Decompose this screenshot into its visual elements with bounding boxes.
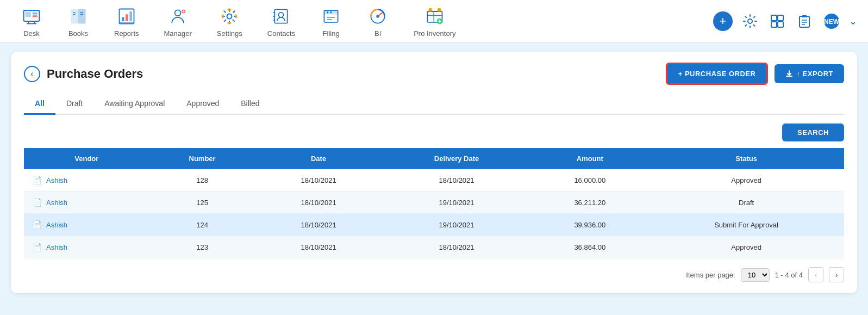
- nav-books[interactable]: Books: [58, 1, 99, 42]
- svg-rect-1: [26, 12, 30, 16]
- back-button[interactable]: ‹: [24, 66, 40, 82]
- delivery-date-cell: 18/10/2021: [382, 236, 532, 258]
- contacts-label: Contacts: [267, 29, 295, 38]
- svg-rect-14: [122, 17, 124, 21]
- status-cell: Approved: [648, 169, 844, 192]
- vendor-cell[interactable]: 📄 Ashish: [24, 192, 149, 214]
- purchase-order-button[interactable]: + PURCHASE ORDER: [666, 63, 769, 85]
- date-cell: 18/10/2021: [255, 169, 382, 192]
- search-button[interactable]: SEARCH: [782, 123, 844, 141]
- bi-icon: [367, 5, 389, 27]
- svg-rect-15: [126, 14, 128, 21]
- svg-rect-55: [802, 15, 807, 17]
- date-cell: 18/10/2021: [255, 236, 382, 258]
- desk-label: Desk: [23, 29, 40, 38]
- tab-approved[interactable]: Approved: [176, 94, 230, 115]
- svg-rect-2: [33, 12, 38, 14]
- prev-page-button[interactable]: ‹: [808, 267, 823, 282]
- tab-awaiting-approval[interactable]: Awaiting Approval: [93, 94, 176, 115]
- vendor-cell[interactable]: 📄 Ashish: [24, 214, 149, 236]
- amount-cell: 36,864.00: [531, 236, 648, 258]
- svg-rect-24: [228, 21, 232, 24]
- nav-bi[interactable]: BI: [357, 1, 398, 42]
- svg-rect-7: [71, 9, 77, 23]
- nav-filing[interactable]: Filing: [310, 1, 352, 42]
- nav-settings[interactable]: Settings: [207, 1, 252, 42]
- vendor-name: Ashish: [46, 176, 67, 184]
- nav-manager[interactable]: Manager: [154, 1, 202, 42]
- add-button[interactable]: +: [713, 11, 733, 31]
- svg-rect-45: [438, 8, 440, 11]
- svg-point-34: [327, 11, 329, 14]
- col-vendor: Vendor: [24, 148, 149, 169]
- vendor-cell[interactable]: 📄 Ashish: [24, 169, 149, 192]
- table-row[interactable]: 📄 Ashish 124 18/10/2021 19/10/2021 39,93…: [24, 214, 844, 236]
- table-row[interactable]: 📄 Ashish 125 18/10/2021 19/10/2021 36,21…: [24, 192, 844, 214]
- items-per-page-select[interactable]: 10 25 50: [741, 268, 770, 282]
- nav-pro-inventory[interactable]: Pro Inventory: [404, 1, 465, 42]
- table-row[interactable]: 📄 Ashish 128 18/10/2021 18/10/2021 16,00…: [24, 169, 844, 192]
- svg-rect-50: [771, 15, 777, 21]
- number-cell: 125: [149, 192, 255, 214]
- tab-billed[interactable]: Billed: [230, 94, 270, 115]
- chevron-down-icon[interactable]: ⌄: [849, 15, 857, 27]
- status-cell: Submit For Approval: [648, 214, 844, 236]
- svg-text:NEW: NEW: [824, 18, 840, 26]
- delivery-date-cell: 19/10/2021: [382, 192, 532, 214]
- delivery-date-cell: 18/10/2021: [382, 169, 532, 192]
- nav-contacts[interactable]: Contacts: [258, 1, 305, 42]
- export-label: ↑ EXPORT: [796, 70, 833, 78]
- amount-cell: 36,211.20: [531, 192, 648, 214]
- vendor-icon: 📄: [33, 243, 42, 251]
- nav-reports[interactable]: Reports: [104, 1, 149, 42]
- top-navigation: Desk Books: [0, 0, 868, 43]
- svg-rect-8: [78, 9, 85, 23]
- svg-rect-23: [228, 8, 232, 11]
- nav-desk[interactable]: Desk: [11, 1, 52, 42]
- filing-label: Filing: [323, 29, 340, 38]
- svg-point-22: [227, 14, 232, 18]
- svg-rect-51: [778, 15, 783, 21]
- svg-rect-25: [222, 14, 224, 18]
- svg-point-18: [175, 10, 181, 16]
- card-header: ‹ Purchase Orders + PURCHASE ORDER ↑ EXP…: [24, 63, 844, 85]
- svg-point-28: [279, 12, 284, 17]
- next-page-button[interactable]: ›: [829, 267, 844, 282]
- svg-rect-53: [778, 22, 783, 27]
- vendor-cell[interactable]: 📄 Ashish: [24, 236, 149, 258]
- svg-rect-52: [771, 22, 777, 27]
- gear-icon[interactable]: [740, 11, 760, 31]
- amount-cell: 16,000.00: [531, 169, 648, 192]
- date-cell: 18/10/2021: [255, 192, 382, 214]
- tab-draft[interactable]: Draft: [55, 94, 93, 115]
- delivery-date-cell: 19/10/2021: [382, 214, 532, 236]
- export-button[interactable]: ↑ EXPORT: [775, 64, 844, 83]
- pro-inventory-label: Pro Inventory: [414, 29, 455, 38]
- pro-inventory-icon: [424, 5, 446, 27]
- col-status: Status: [648, 148, 844, 169]
- clipboard-icon[interactable]: [795, 11, 814, 31]
- tabs: All Draft Awaiting Approval Approved Bil…: [24, 94, 844, 115]
- grid-icon[interactable]: [767, 11, 787, 31]
- page-title: Purchase Orders: [47, 67, 143, 81]
- vendor-icon: 📄: [33, 176, 42, 184]
- reports-icon: [116, 5, 138, 27]
- svg-rect-54: [800, 16, 809, 27]
- vendor-name: Ashish: [46, 243, 67, 251]
- svg-rect-26: [235, 14, 238, 18]
- search-row: SEARCH: [24, 123, 844, 141]
- filing-icon: [320, 5, 342, 27]
- svg-point-35: [330, 11, 332, 14]
- settings-label: Settings: [217, 29, 242, 38]
- table-header-row: Vendor Number Date Delivery Date Amount …: [24, 148, 844, 169]
- status-cell: Approved: [648, 236, 844, 258]
- col-number: Number: [149, 148, 255, 169]
- vendor-name: Ashish: [46, 221, 67, 229]
- contacts-icon: [270, 5, 292, 27]
- vendor-name: Ashish: [46, 199, 67, 207]
- amount-cell: 39,936.00: [531, 214, 648, 236]
- table-row[interactable]: 📄 Ashish 123 18/10/2021 18/10/2021 36,86…: [24, 236, 844, 258]
- new-icon[interactable]: NEW: [822, 11, 841, 31]
- books-label: Books: [68, 29, 88, 38]
- tab-all[interactable]: All: [24, 94, 55, 115]
